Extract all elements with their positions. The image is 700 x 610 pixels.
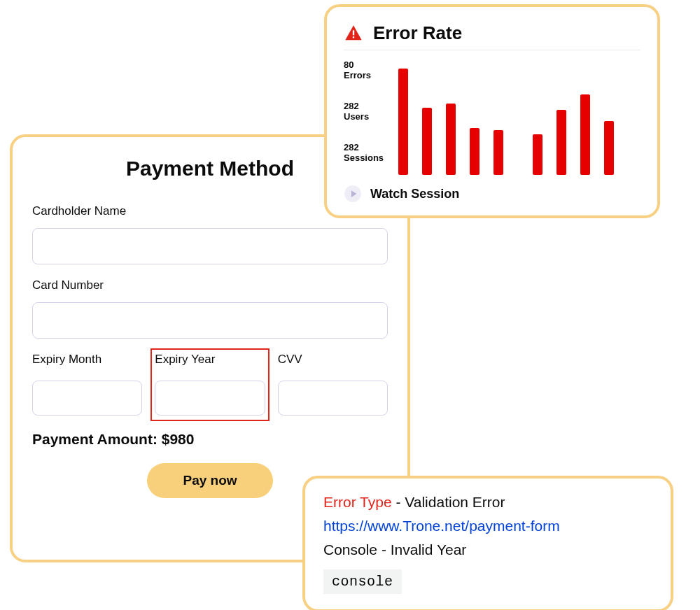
error-rate-title: Error Rate [373, 22, 462, 44]
errors-count: 80 [344, 60, 388, 71]
chart-stats: 80 Errors 282 Users 282 Sessions [344, 57, 388, 176]
play-icon [344, 185, 362, 203]
error-url[interactable]: https://www.Trone.net/payment-form [323, 518, 652, 534]
chart-bar [422, 108, 432, 175]
cvv-input[interactable] [278, 381, 388, 416]
cardholder-input[interactable] [32, 228, 388, 264]
error-type-line: Error Type - Validation Error [323, 494, 652, 511]
chart-bar [398, 69, 408, 175]
expiry-cvv-row: Expiry Month Expiry Year CVV [32, 353, 388, 416]
error-rate-header: Error Rate [344, 22, 640, 50]
expiry-month-field: Expiry Month [32, 353, 142, 416]
expiry-year-input[interactable] [155, 381, 265, 416]
cardnumber-input[interactable] [32, 302, 388, 339]
cardnumber-label: Card Number [32, 278, 388, 292]
cvv-field: CVV [278, 353, 388, 416]
error-type-value: Validation Error [405, 494, 505, 510]
sessions-label: Sessions [344, 153, 388, 164]
chart-bar [580, 94, 590, 175]
warning-icon [344, 24, 363, 43]
expiry-year-label: Expiry Year [155, 353, 265, 367]
svg-rect-0 [353, 30, 354, 35]
payment-amount: Payment Amount: $980 [32, 431, 388, 448]
watch-session-row[interactable]: Watch Session [344, 185, 640, 203]
expiry-year-field: Expiry Year [155, 353, 265, 416]
watch-session-label: Watch Session [370, 187, 459, 201]
chart-bar [446, 104, 456, 175]
error-type-sep: - [392, 494, 405, 510]
pay-now-button[interactable]: Pay now [147, 463, 273, 498]
chart-bar [493, 130, 503, 175]
chart-bar [556, 110, 566, 175]
cvv-label: CVV [278, 353, 388, 367]
cardnumber-field: Card Number [32, 278, 388, 339]
error-detail-card: Error Type - Validation Error https://ww… [302, 476, 673, 610]
error-rate-card: Error Rate 80 Errors 282 Users 282 Sessi… [324, 4, 660, 218]
errors-label: Errors [344, 71, 388, 81]
console-sep: - [377, 541, 391, 558]
users-count: 282 [344, 101, 388, 112]
users-label: Users [344, 112, 388, 122]
error-type-label: Error Type [323, 494, 392, 510]
svg-rect-1 [353, 36, 354, 38]
expiry-month-input[interactable] [32, 381, 142, 416]
console-line: Console - Invalid Year [323, 541, 652, 558]
expiry-month-label: Expiry Month [32, 353, 142, 367]
console-chip: console [323, 569, 402, 594]
error-rate-chart: 80 Errors 282 Users 282 Sessions [344, 57, 640, 176]
chart-bar [533, 134, 542, 175]
chart-bars [398, 57, 640, 176]
sessions-count: 282 [344, 143, 388, 153]
chart-bar [470, 128, 479, 175]
console-value: Invalid Year [391, 541, 467, 558]
console-label: Console [323, 541, 377, 558]
chart-bar [604, 121, 614, 175]
